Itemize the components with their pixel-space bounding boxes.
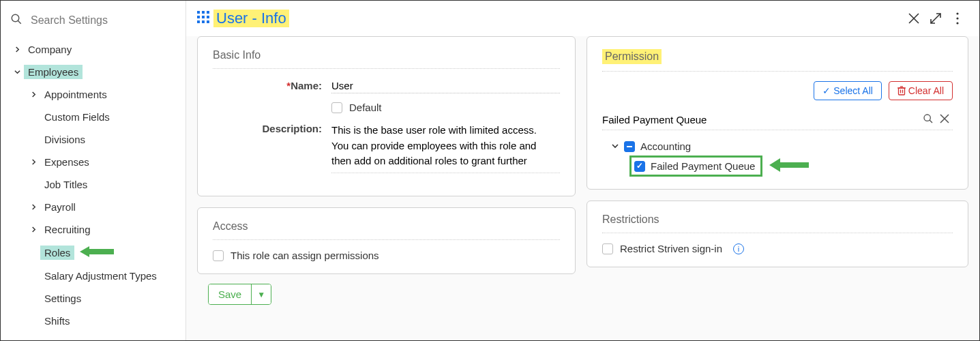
sidebar-item-employees[interactable]: Employees: [1, 61, 185, 83]
restrict-signin-checkbox[interactable]: [602, 243, 613, 254]
search-input[interactable]: [31, 14, 176, 27]
sidebar-item-label: Appointments: [40, 87, 111, 102]
default-checkbox[interactable]: [331, 102, 342, 113]
permission-card: Permission ✓Select All Clear All: [586, 36, 968, 190]
permission-title: Permission: [602, 49, 662, 64]
chevron-down-icon[interactable]: [612, 142, 619, 151]
sidebar-search-row: [1, 13, 185, 38]
svg-line-14: [931, 14, 940, 23]
close-icon[interactable]: [903, 8, 925, 29]
basic-info-card: Basic Info *Name: Default Description:: [197, 36, 576, 196]
save-button[interactable]: Save: [209, 284, 251, 304]
sidebar-item-expenses[interactable]: Expenses: [1, 151, 185, 173]
name-label: Name:: [291, 80, 322, 91]
svg-marker-2: [80, 246, 114, 257]
accounting-checkbox[interactable]: [624, 141, 635, 152]
sidebar-item-job-titles[interactable]: Job Titles: [1, 173, 185, 196]
sidebar-item-label: Employees: [24, 65, 83, 79]
restrictions-card: Restrictions Restrict Striven sign-in i: [586, 201, 968, 267]
svg-rect-3: [197, 11, 200, 14]
svg-point-15: [956, 12, 958, 14]
access-card: Access This role can assign permissions: [197, 207, 576, 274]
svg-line-1: [18, 20, 21, 24]
svg-line-24: [930, 120, 932, 123]
restrictions-title: Restrictions: [602, 213, 953, 233]
svg-rect-7: [202, 16, 205, 18]
sidebar-item-label: Custom Fields: [40, 110, 114, 124]
default-label: Default: [349, 102, 382, 113]
sidebar-item-payroll[interactable]: Payroll: [1, 196, 185, 218]
permission-parent-label: Accounting: [640, 140, 691, 152]
failed-payment-queue-checkbox[interactable]: [634, 161, 645, 172]
sidebar-item-custom-fields[interactable]: Custom Fields: [1, 106, 185, 128]
assign-permissions-label: This role can assign permissions: [231, 250, 379, 261]
sidebar-item-company[interactable]: Company: [1, 38, 185, 61]
chevron-down-icon[interactable]: [10, 67, 24, 77]
sidebar-item-label: Payroll: [40, 200, 80, 214]
name-field[interactable]: [331, 78, 560, 93]
chevron-right-icon[interactable]: [27, 202, 40, 212]
permission-highlight-box: Failed Payment Queue: [629, 155, 762, 177]
permission-search-icon[interactable]: [920, 113, 936, 126]
svg-rect-18: [898, 88, 904, 95]
permission-clear-search-icon[interactable]: [936, 114, 953, 125]
more-icon[interactable]: [947, 8, 968, 29]
permission-search-input[interactable]: [602, 113, 920, 127]
svg-rect-11: [207, 20, 209, 23]
sidebar-item-appointments[interactable]: Appointments: [1, 83, 185, 106]
footer-actions: Save ▼: [197, 284, 576, 305]
sidebar-item-label: Expenses: [40, 155, 93, 169]
page-header: User - Info: [186, 1, 979, 36]
description-field[interactable]: [331, 121, 560, 173]
info-icon[interactable]: i: [733, 243, 744, 254]
chevron-right-icon[interactable]: [27, 89, 40, 100]
access-title: Access: [213, 220, 560, 240]
chevron-right-icon[interactable]: [27, 157, 40, 167]
sidebar-item-label: Company: [24, 42, 76, 57]
svg-rect-4: [202, 11, 205, 14]
settings-sidebar: CompanyEmployeesAppointmentsCustom Field…: [1, 1, 186, 340]
sidebar-item-roles[interactable]: Roles: [1, 241, 185, 265]
sidebar-item-label: Job Titles: [40, 177, 91, 192]
svg-rect-9: [197, 20, 200, 23]
svg-rect-8: [207, 16, 209, 18]
svg-point-17: [956, 22, 958, 24]
sidebar-item-label: Recruiting: [40, 222, 95, 237]
sidebar-item-salary-adjustment-types[interactable]: Salary Adjustment Types: [1, 265, 185, 287]
restrict-signin-label: Restrict Striven sign-in: [620, 243, 722, 254]
sidebar-item-settings[interactable]: Settings: [1, 287, 185, 310]
save-dropdown-button[interactable]: ▼: [251, 284, 271, 304]
svg-rect-10: [202, 20, 205, 23]
permission-child-label: Failed Payment Queue: [651, 160, 755, 172]
chevron-right-icon[interactable]: [10, 44, 24, 55]
annotation-arrow: [80, 245, 114, 261]
svg-marker-27: [769, 158, 809, 172]
clear-all-button[interactable]: Clear All: [889, 81, 953, 100]
expand-icon[interactable]: [925, 8, 947, 29]
svg-point-23: [924, 115, 930, 121]
search-icon: [10, 13, 23, 27]
assign-permissions-checkbox[interactable]: [213, 250, 224, 261]
svg-rect-5: [207, 11, 209, 14]
chevron-right-icon[interactable]: [27, 224, 40, 235]
sidebar-item-label: Divisions: [40, 132, 89, 147]
basic-info-title: Basic Info: [213, 49, 560, 69]
sidebar-item-recruiting[interactable]: Recruiting: [1, 218, 185, 241]
sidebar-item-label: Shifts: [40, 314, 74, 328]
select-all-button[interactable]: ✓Select All: [814, 81, 882, 100]
svg-point-0: [12, 14, 19, 22]
main-content: User - Info Basic Info *Name:: [186, 1, 979, 340]
svg-point-16: [956, 17, 958, 19]
sidebar-item-shifts[interactable]: Shifts: [1, 310, 185, 332]
svg-rect-6: [197, 16, 200, 18]
sidebar-item-label: Roles: [40, 246, 74, 260]
description-label: Description:: [213, 121, 322, 134]
sidebar-item-divisions[interactable]: Divisions: [1, 128, 185, 151]
apps-grid-icon[interactable]: [197, 11, 209, 27]
sidebar-item-label: Settings: [40, 291, 85, 306]
page-title: User - Info: [213, 10, 289, 27]
sidebar-item-label: Salary Adjustment Types: [40, 269, 161, 283]
